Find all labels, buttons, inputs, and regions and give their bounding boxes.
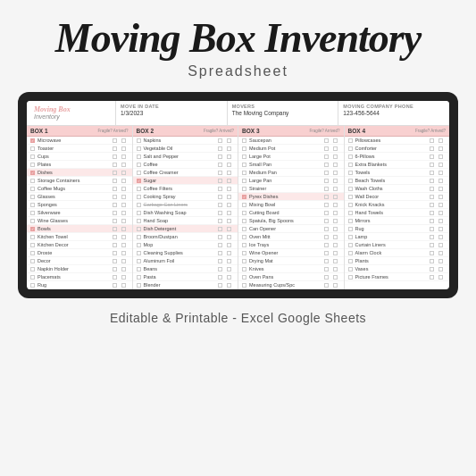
checkbox[interactable] bbox=[242, 195, 246, 199]
item-check[interactable] bbox=[227, 219, 231, 223]
item-check[interactable] bbox=[227, 227, 231, 231]
item-check[interactable] bbox=[218, 171, 222, 175]
item-check[interactable] bbox=[218, 251, 222, 255]
item-check[interactable] bbox=[430, 211, 434, 215]
checkbox[interactable] bbox=[30, 251, 35, 255]
item-check[interactable] bbox=[438, 259, 443, 263]
item-check[interactable] bbox=[113, 163, 117, 167]
item-check[interactable] bbox=[218, 146, 222, 151]
item-check[interactable] bbox=[121, 251, 126, 255]
item-check[interactable] bbox=[324, 195, 329, 199]
item-check[interactable] bbox=[121, 235, 126, 239]
checkbox[interactable] bbox=[137, 195, 141, 199]
checkbox[interactable] bbox=[242, 267, 246, 271]
item-check[interactable] bbox=[113, 275, 117, 280]
checkbox[interactable] bbox=[30, 146, 35, 151]
checkbox[interactable] bbox=[242, 211, 246, 215]
item-check[interactable] bbox=[333, 227, 338, 231]
checkbox[interactable] bbox=[242, 219, 246, 223]
checkbox[interactable] bbox=[137, 259, 141, 263]
item-check[interactable] bbox=[218, 227, 222, 231]
item-check[interactable] bbox=[218, 219, 222, 223]
item-check[interactable] bbox=[218, 243, 222, 247]
item-check[interactable] bbox=[113, 195, 117, 199]
checkbox[interactable] bbox=[137, 171, 141, 175]
checkbox[interactable] bbox=[30, 138, 35, 143]
item-check[interactable] bbox=[121, 243, 126, 247]
item-check[interactable] bbox=[218, 163, 222, 167]
item-check[interactable] bbox=[121, 179, 126, 183]
item-check[interactable] bbox=[430, 203, 434, 207]
checkbox[interactable] bbox=[30, 259, 35, 263]
item-check[interactable] bbox=[333, 235, 338, 239]
item-check[interactable] bbox=[430, 227, 434, 231]
item-check[interactable] bbox=[113, 146, 117, 151]
item-check[interactable] bbox=[227, 283, 231, 288]
item-check[interactable] bbox=[324, 219, 329, 223]
item-check[interactable] bbox=[218, 283, 222, 288]
item-check[interactable] bbox=[227, 146, 231, 151]
item-check[interactable] bbox=[121, 195, 126, 199]
item-check[interactable] bbox=[430, 251, 434, 255]
item-check[interactable] bbox=[430, 259, 434, 263]
checkbox[interactable] bbox=[348, 267, 353, 271]
checkbox[interactable] bbox=[348, 211, 353, 215]
item-check[interactable] bbox=[333, 259, 338, 263]
item-check[interactable] bbox=[227, 163, 231, 167]
item-check[interactable] bbox=[113, 235, 117, 239]
item-check[interactable] bbox=[324, 203, 329, 207]
item-check[interactable] bbox=[430, 154, 434, 159]
item-check[interactable] bbox=[113, 251, 117, 255]
item-check[interactable] bbox=[121, 163, 126, 167]
item-check[interactable] bbox=[438, 195, 443, 199]
checkbox[interactable] bbox=[242, 146, 246, 151]
item-check[interactable] bbox=[324, 138, 329, 143]
item-check[interactable] bbox=[438, 211, 443, 215]
item-check[interactable] bbox=[227, 259, 231, 263]
item-check[interactable] bbox=[227, 267, 231, 271]
item-check[interactable] bbox=[121, 259, 126, 263]
item-check[interactable] bbox=[438, 163, 443, 167]
item-check[interactable] bbox=[430, 138, 434, 143]
checkbox[interactable] bbox=[30, 219, 35, 223]
item-check[interactable] bbox=[333, 203, 338, 207]
checkbox[interactable] bbox=[137, 267, 141, 271]
item-check[interactable] bbox=[430, 243, 434, 247]
item-check[interactable] bbox=[333, 219, 338, 223]
item-check[interactable] bbox=[227, 235, 231, 239]
item-check[interactable] bbox=[227, 211, 231, 215]
item-check[interactable] bbox=[438, 251, 443, 255]
checkbox[interactable] bbox=[137, 251, 141, 255]
item-check[interactable] bbox=[227, 275, 231, 280]
item-check[interactable] bbox=[121, 283, 126, 288]
checkbox[interactable] bbox=[137, 211, 141, 215]
checkbox[interactable] bbox=[348, 227, 353, 231]
checkbox[interactable] bbox=[137, 227, 141, 231]
item-check[interactable] bbox=[218, 195, 222, 199]
item-check[interactable] bbox=[227, 243, 231, 247]
item-check[interactable] bbox=[227, 195, 231, 199]
checkbox[interactable] bbox=[348, 251, 353, 255]
item-check[interactable] bbox=[218, 154, 222, 159]
checkbox[interactable] bbox=[30, 171, 35, 175]
item-check[interactable] bbox=[218, 187, 222, 191]
item-check[interactable] bbox=[438, 227, 443, 231]
item-check[interactable] bbox=[333, 154, 338, 159]
item-check[interactable] bbox=[430, 171, 434, 175]
checkbox[interactable] bbox=[348, 195, 353, 199]
checkbox[interactable] bbox=[30, 283, 35, 288]
item-check[interactable] bbox=[113, 283, 117, 288]
checkbox[interactable] bbox=[137, 146, 141, 151]
item-check[interactable] bbox=[438, 219, 443, 223]
checkbox[interactable] bbox=[242, 171, 246, 175]
item-check[interactable] bbox=[430, 267, 434, 271]
item-check[interactable] bbox=[227, 179, 231, 183]
checkbox[interactable] bbox=[242, 187, 246, 191]
checkbox[interactable] bbox=[242, 259, 246, 263]
item-check[interactable] bbox=[438, 154, 443, 159]
checkbox[interactable] bbox=[348, 138, 353, 143]
item-check[interactable] bbox=[324, 251, 329, 255]
item-check[interactable] bbox=[218, 235, 222, 239]
item-check[interactable] bbox=[333, 138, 338, 143]
checkbox[interactable] bbox=[30, 211, 35, 215]
